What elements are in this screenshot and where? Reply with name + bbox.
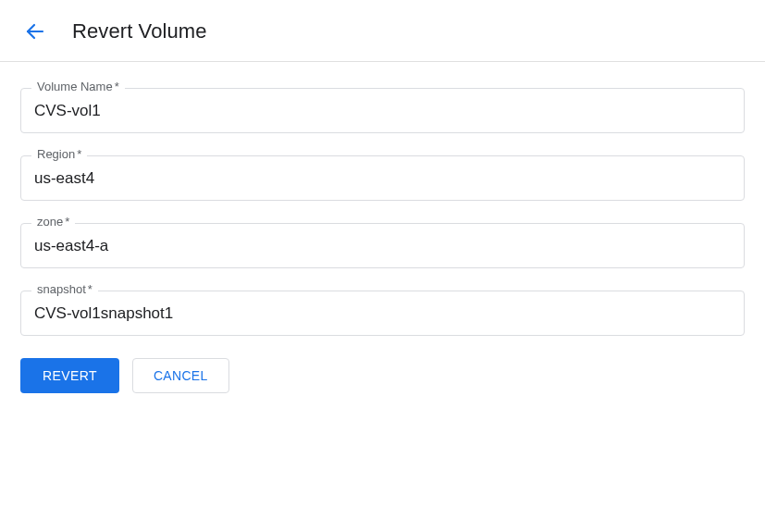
volume-name-input[interactable] [20, 88, 745, 133]
page-header: Revert Volume [0, 0, 765, 62]
field-snapshot: snapshot* [20, 291, 745, 336]
region-label: Region* [31, 147, 87, 161]
field-region: Region* [20, 155, 745, 201]
field-volume-name: Volume Name* [20, 88, 745, 133]
snapshot-label: snapshot* [31, 282, 98, 296]
zone-input[interactable] [20, 223, 745, 268]
form-container: Volume Name* Region* zone* snapshot* REV… [0, 62, 765, 414]
volume-name-label: Volume Name* [31, 80, 125, 93]
zone-label: zone* [31, 215, 75, 229]
snapshot-input[interactable] [20, 291, 745, 336]
cancel-button[interactable]: CANCEL [132, 358, 229, 393]
region-input[interactable] [20, 155, 745, 201]
field-zone: zone* [20, 223, 745, 268]
back-button[interactable] [20, 17, 50, 46]
arrow-left-icon [24, 20, 46, 43]
action-row: REVERT CANCEL [20, 358, 745, 393]
revert-button[interactable]: REVERT [20, 358, 119, 393]
page-title: Revert Volume [72, 19, 207, 43]
